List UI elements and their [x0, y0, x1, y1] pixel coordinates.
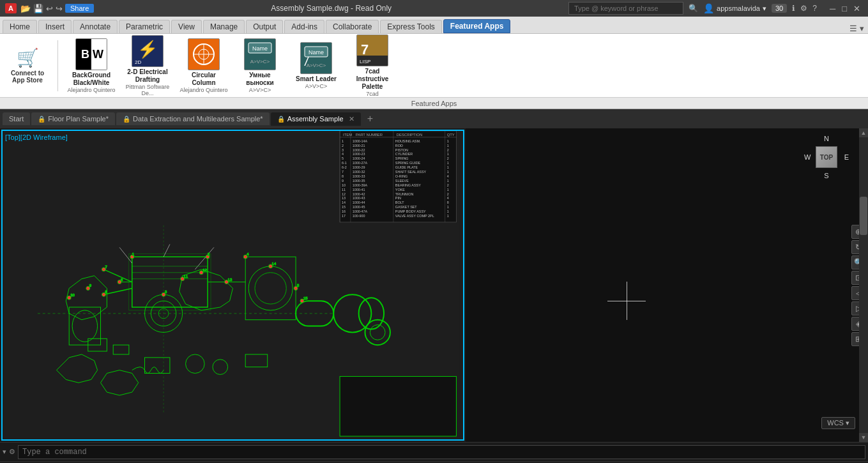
app-circular[interactable]: Circular Column Alejandro Quintero	[178, 37, 229, 95]
scrollbar-down-button[interactable]: ▼	[859, 433, 868, 442]
toolbar-icons: 📂 💾 ↩ ↪ Share	[20, 4, 94, 13]
titlebar-center: Assembly Sample.dwg - Read Only	[271, 4, 392, 13]
app-smart-callout[interactable]: Name A>V>C> Умные выноски A>V>C>	[234, 37, 286, 95]
scrollbar-thumb[interactable]	[860, 197, 867, 235]
save-icon[interactable]: 💾	[33, 4, 43, 13]
svg-text:1000-45: 1000-45	[353, 205, 365, 209]
viewport-label: [Top][2D Wireframe]	[5, 133, 68, 141]
ribbon-menu-icon[interactable]: ☰	[849, 24, 857, 33]
tab-assembly-sample[interactable]: 🔒 Assembly Sample ✕	[271, 112, 361, 126]
svg-text:1000-33: 1000-33	[353, 174, 365, 178]
svg-text:SPRING: SPRING	[395, 156, 409, 160]
search-icon[interactable]: 🔍	[689, 4, 698, 13]
tab-start[interactable]: Start	[3, 112, 30, 125]
right-panel: N S E W TOP ⊕ ↻ 🔍 ⊡ ◁ ▷ ◈ ⊞ WCS ▾ ▲	[466, 128, 868, 442]
svg-text:10: 10	[70, 293, 75, 297]
svg-text:1000-42: 1000-42	[353, 192, 365, 196]
tab-parametric[interactable]: Parametric	[119, 20, 170, 33]
app-smart-leader-author: A>V>C>	[305, 83, 327, 89]
tab-featured-apps[interactable]: Featured Apps	[443, 19, 511, 33]
svg-text:1: 1	[447, 161, 449, 165]
undo-icon[interactable]: ↩	[46, 4, 53, 13]
help-icon[interactable]: ?	[812, 4, 817, 13]
open-icon[interactable]: 📂	[20, 4, 31, 13]
close-button[interactable]: ✕	[851, 4, 863, 13]
command-dropdown-icon[interactable]: ▾	[3, 448, 6, 456]
settings-icon[interactable]: ⚙	[800, 4, 807, 13]
tab-annotate[interactable]: Annotate	[73, 20, 118, 33]
svg-text:1: 1	[447, 144, 449, 148]
tab-insert[interactable]: Insert	[38, 20, 72, 33]
command-input[interactable]	[22, 448, 861, 457]
svg-text:PART NUMBER: PART NUMBER	[356, 133, 383, 137]
tab-express-tools[interactable]: Express Tools	[380, 20, 441, 33]
viewcube-top-button[interactable]: TOP	[816, 146, 837, 168]
svg-text:⚡: ⚡	[137, 39, 158, 59]
app-background-name: BackGroundBlack/White	[72, 72, 110, 87]
viewcube[interactable]: N S E W TOP	[804, 135, 849, 179]
document-tabs-bar: Start 🔒 Floor Plan Sample* 🔒 Data Extrac…	[0, 109, 868, 128]
search-input[interactable]	[568, 2, 683, 15]
svg-text:TRUNNION: TRUNNION	[395, 192, 414, 196]
redo-icon[interactable]: ↪	[56, 4, 63, 13]
tab-home[interactable]: Home	[3, 20, 37, 33]
wcs-indicator-button[interactable]: WCS ▾	[821, 417, 855, 429]
tab-data-extraction[interactable]: 🔒 Data Extraction and Multileaders Sampl…	[116, 112, 270, 125]
svg-text:YOKE: YOKE	[395, 188, 405, 192]
tab-floor-plan[interactable]: 🔒 Floor Plan Sample*	[31, 112, 115, 125]
svg-text:1000-14A: 1000-14A	[353, 139, 368, 143]
viewcube-s: S	[824, 172, 828, 179]
command-gear-icon[interactable]: ⚙	[9, 448, 15, 456]
app-background-author: Alejandro Quintero	[67, 87, 115, 93]
tab-manage[interactable]: Manage	[203, 20, 245, 33]
right-scrollbar[interactable]: ▲ ▼	[859, 128, 868, 442]
svg-text:14: 14	[342, 201, 346, 204]
svg-text:1: 1	[447, 152, 449, 156]
svg-text:Name: Name	[308, 49, 324, 56]
minimize-button[interactable]: ─	[827, 4, 838, 13]
info-icon[interactable]: ℹ	[792, 4, 795, 13]
tab-output[interactable]: Output	[246, 20, 283, 33]
main-area: [Top][2D Wireframe] ITEM PART NUMBER DES…	[0, 128, 868, 442]
close-tab-button[interactable]: ✕	[349, 115, 354, 123]
svg-text:16: 16	[342, 209, 346, 213]
restore-button[interactable]: □	[839, 4, 849, 13]
new-tab-button[interactable]: +	[362, 110, 378, 127]
svg-text:HOUSING ASM.: HOUSING ASM.	[395, 139, 421, 143]
svg-text:A>V>C>: A>V>C>	[250, 59, 270, 65]
tab-add-ins[interactable]: Add-ins	[284, 20, 324, 33]
connect-label: Connect toApp Store	[11, 70, 44, 84]
svg-text:1000-47A: 1000-47A	[353, 209, 368, 213]
svg-text:1000-44: 1000-44	[353, 201, 365, 204]
app-smart-leader-name: Smart Leader	[296, 75, 337, 83]
svg-text:9: 9	[89, 284, 91, 287]
lock-icon: 🔒	[38, 116, 45, 123]
document-title: Assembly Sample.dwg - Read Only	[271, 4, 392, 13]
app-electrical[interactable]: ⚡ 2D 2-D ElectricalDrafting Pittman Soft…	[122, 34, 173, 98]
user-info: 👤 appsmalavida ▾	[703, 3, 766, 13]
app-background[interactable]: B W BackGroundBlack/White Alejandro Quin…	[66, 37, 117, 95]
scrollbar-track[interactable]	[859, 137, 868, 433]
connect-to-appstore-button[interactable]: 🛒 Connect toApp Store	[5, 47, 50, 84]
ribbon: Home Insert Annotate Parametric View Man…	[0, 17, 868, 109]
share-button[interactable]: Share	[65, 4, 94, 13]
ribbon-dropdown-icon[interactable]: ▾	[860, 24, 864, 33]
svg-text:2D: 2D	[135, 59, 141, 65]
svg-text:1000-39A: 1000-39A	[353, 183, 368, 187]
svg-text:8: 8	[447, 201, 449, 204]
tab-collaborate[interactable]: Collaborate	[326, 20, 379, 33]
dropdown-icon[interactable]: ▾	[763, 4, 766, 13]
tab-view[interactable]: View	[171, 20, 202, 33]
app-7cad[interactable]: 7 LISP 7cad InstructivePalette 7cad	[347, 33, 398, 98]
scrollbar-up-button[interactable]: ▲	[859, 128, 868, 137]
username[interactable]: appsmalavida	[717, 4, 760, 12]
app-smart-leader-icon: Name A>V>C>	[300, 42, 332, 74]
app-smart-callout-name: Умные выноски	[236, 72, 284, 87]
app-smart-callout-author: A>V>C>	[249, 87, 271, 93]
svg-text:GUIDE PLATE: GUIDE PLATE	[395, 165, 418, 169]
svg-text:1000-21: 1000-21	[353, 144, 365, 148]
canvas-area[interactable]: [Top][2D Wireframe] ITEM PART NUMBER DES…	[1, 130, 464, 441]
svg-text:1: 1	[447, 170, 449, 174]
app-smart-leader[interactable]: Name A>V>C> Smart Leader A>V>C>	[291, 41, 342, 91]
svg-text:GASKET SET: GASKET SET	[395, 205, 418, 209]
